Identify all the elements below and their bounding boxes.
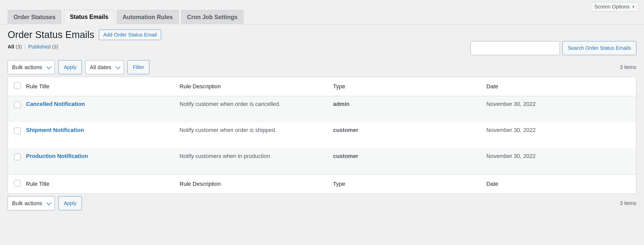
view-published-count: (3)	[52, 44, 58, 50]
col-header-description[interactable]: Rule Description	[176, 77, 329, 96]
dates-filter-select[interactable]: All dates	[85, 60, 124, 74]
row-title-link[interactable]: Shipment Notification	[26, 127, 84, 133]
tab-label: Status Emails	[70, 14, 108, 20]
table-row: Production Notification Notify customers…	[8, 148, 636, 175]
row-type: customer	[329, 122, 483, 148]
row-title-link[interactable]: Production Notification	[26, 153, 88, 159]
search-input[interactable]	[471, 41, 560, 55]
tab-automation-rules[interactable]: Automation Rules	[117, 10, 179, 24]
view-all-count: (3)	[16, 44, 22, 50]
filter-button[interactable]: Filter	[127, 60, 149, 74]
row-checkbox[interactable]	[14, 102, 21, 108]
tab-status-emails[interactable]: Status Emails	[64, 10, 114, 24]
col-footer-type[interactable]: Type	[329, 175, 483, 194]
col-header-title[interactable]: Rule Title	[22, 77, 176, 96]
row-description: Notify customer when order is cancelled.	[176, 96, 329, 122]
add-order-status-email-button[interactable]: Add Order Status Email	[99, 30, 161, 40]
view-published[interactable]: Published (3)	[28, 44, 58, 50]
bulk-actions-select-bottom[interactable]: Bulk actions	[8, 196, 55, 210]
separator: |	[23, 44, 27, 50]
col-footer-date[interactable]: Date	[483, 175, 636, 194]
screen-options-button[interactable]: Screen Options ▼	[590, 2, 639, 11]
row-type: customer	[329, 148, 483, 175]
row-type: admin	[329, 96, 483, 122]
table-row: Cancelled Notification Notify customer w…	[8, 96, 636, 122]
bulk-actions-select-top[interactable]: Bulk actions	[8, 60, 55, 74]
tab-label: Order Statuses	[14, 14, 56, 20]
view-all-label: All	[8, 44, 14, 50]
col-header-date[interactable]: Date	[483, 77, 636, 96]
items-count-top: 3 items	[620, 64, 636, 70]
row-date: November 30, 2022	[483, 96, 636, 122]
apply-button-top[interactable]: Apply	[58, 60, 82, 74]
view-published-label: Published	[28, 44, 51, 50]
screen-options-label: Screen Options	[594, 4, 629, 10]
table-row: Shipment Notification Notify customer wh…	[8, 122, 636, 148]
tab-label: Automation Rules	[123, 14, 173, 20]
tab-order-statuses[interactable]: Order Statuses	[8, 10, 61, 24]
row-checkbox[interactable]	[14, 128, 21, 134]
items-count-bottom: 3 items	[620, 200, 636, 206]
chevron-down-icon: ▼	[632, 5, 635, 9]
row-date: November 30, 2022	[483, 122, 636, 148]
tab-label: Cron Job Settings	[187, 14, 238, 20]
apply-button-bottom[interactable]: Apply	[58, 196, 82, 210]
row-description: Notify customer when order is shipped.	[176, 122, 329, 148]
page-title: Order Status Emails	[8, 29, 94, 40]
col-header-type[interactable]: Type	[329, 77, 483, 96]
row-date: November 30, 2022	[483, 148, 636, 175]
view-all[interactable]: All (3)	[8, 44, 22, 50]
select-all-bottom-checkbox[interactable]	[14, 180, 21, 187]
tab-cron-job-settings[interactable]: Cron Job Settings	[181, 10, 243, 24]
row-title-link[interactable]: Cancelled Notification	[26, 101, 85, 107]
col-footer-description[interactable]: Rule Description	[176, 175, 329, 194]
tab-bar: Order Statuses Status Emails Automation …	[0, 9, 644, 24]
row-checkbox[interactable]	[14, 154, 21, 160]
search-button[interactable]: Search Order Status Emails	[562, 41, 636, 55]
row-description: Notify customers when in production	[176, 148, 329, 175]
status-emails-table: Rule Title Rule Description Type Date Ca…	[8, 77, 636, 194]
col-footer-title[interactable]: Rule Title	[22, 175, 176, 194]
select-all-top-checkbox[interactable]	[14, 82, 21, 89]
